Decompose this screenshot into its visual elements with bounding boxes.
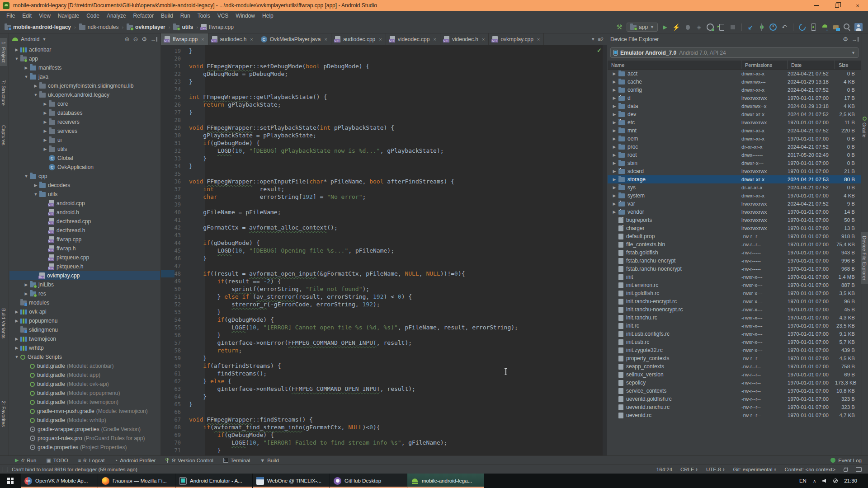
device-selector[interactable]: Emulator Android_7.0 Android 7.0, API 24… bbox=[610, 47, 859, 58]
tree-collapse-arrow-icon[interactable]: ▶ bbox=[13, 319, 20, 323]
breadcrumb-item[interactable]: ovkmplayer bbox=[126, 23, 166, 31]
file-row-init[interactable]: init-rwxr-x---1970-01-01 07:001,4 MB bbox=[608, 273, 861, 281]
editor-tab-ffwrap-cpp[interactable]: ffwrap.cpp× bbox=[161, 33, 208, 45]
tree-collapse-arrow-icon[interactable]: ▶ bbox=[610, 153, 618, 157]
editor-tab-videodec-cpp[interactable]: videodec.cpp× bbox=[386, 33, 440, 45]
toolwindow-button-android-profiler[interactable]: ◔Android Profiler bbox=[111, 456, 160, 465]
tree-expanded-arrow-icon[interactable]: ▼ bbox=[32, 192, 39, 197]
keyboard-language[interactable]: EN bbox=[799, 478, 807, 483]
hide-panel-icon[interactable]: → bbox=[852, 37, 859, 42]
build-hammer-icon[interactable]: ⚒ bbox=[615, 23, 623, 31]
editor-tab-ovkmplay-cpp[interactable]: ovkmplay.cpp× bbox=[489, 33, 544, 45]
sync-icon[interactable] bbox=[798, 23, 806, 31]
file-row-init-usb-rc[interactable]: init.usb.rc-rwxr-x---1970-01-01 07:005,7… bbox=[608, 338, 861, 346]
close-button[interactable]: × bbox=[847, 0, 868, 11]
device-file-explorer-icon[interactable] bbox=[832, 23, 840, 31]
tree-item-gradle-mvn-push-gradle[interactable]: gradle-mvn-push.gradle (Module: twemojic… bbox=[9, 407, 160, 416]
tool-strip-tab--favorites[interactable]: 2: Favorites bbox=[0, 397, 7, 430]
file-row-var[interactable]: ▶varlrwxrwxrwx2024-04-21 07:529 B bbox=[608, 200, 861, 208]
tree-item-build-gradle[interactable]: build.gradle (Module: actionbar) bbox=[9, 361, 160, 371]
tree-collapse-arrow-icon[interactable]: ▶ bbox=[42, 138, 49, 142]
tree-item-services[interactable]: ▶services bbox=[9, 127, 160, 136]
tree-item-decoders[interactable]: ▶decoders bbox=[9, 181, 160, 190]
screen-share-icon[interactable] bbox=[856, 467, 862, 472]
taskbar-item-android-studio[interactable]: mobile-android-lega... bbox=[407, 474, 484, 488]
tree-item-app[interactable]: ▼app bbox=[9, 54, 160, 63]
close-tab-icon[interactable]: × bbox=[324, 37, 327, 42]
tree-item-gradle-scripts[interactable]: ▼Gradle Scripts bbox=[9, 352, 160, 361]
tree-item-slidingmenu[interactable]: slidingmenu bbox=[9, 325, 160, 334]
tree-item-build-gradle[interactable]: build.gradle (Module: popupmenu) bbox=[9, 389, 160, 398]
hidden-tabs-count[interactable]: ≡2 bbox=[598, 37, 604, 42]
toolwindow-button-todo[interactable]: ▣TODO bbox=[42, 456, 72, 465]
sdk-manager-icon[interactable] bbox=[821, 23, 829, 31]
file-row-selinux-version[interactable]: selinux_version-rw-r--r--1970-01-01 07:0… bbox=[608, 371, 861, 379]
profiler-icon[interactable] bbox=[706, 23, 714, 31]
vcs-rollback-icon[interactable]: ↶ bbox=[780, 23, 788, 31]
status-widget-git[interactable]: Git: experimental▲▼ bbox=[733, 467, 777, 472]
taskbar-item-emulator[interactable]: Android Emulator - A... bbox=[175, 474, 252, 488]
column-header-name[interactable]: Name bbox=[608, 61, 741, 69]
tool-strip-tab--structure[interactable]: 7: Structure bbox=[0, 76, 7, 109]
tree-collapse-arrow-icon[interactable]: ▶ bbox=[610, 104, 618, 108]
tree-collapse-arrow-icon[interactable]: ▶ bbox=[13, 47, 20, 52]
tree-item-twemojicon[interactable]: ▶twemojicon bbox=[9, 334, 160, 343]
vcs-history-icon[interactable] bbox=[769, 23, 777, 31]
search-everywhere-icon[interactable] bbox=[843, 23, 851, 31]
run-icon[interactable]: ▶ bbox=[661, 23, 669, 31]
chevron-down-icon[interactable]: ▼ bbox=[42, 37, 46, 42]
tree-collapse-arrow-icon[interactable]: ▶ bbox=[42, 147, 49, 151]
tree-collapse-arrow-icon[interactable]: ▶ bbox=[23, 66, 30, 70]
gear-icon[interactable]: ⚙ bbox=[142, 36, 147, 42]
tree-item-proguard-rules-pro[interactable]: proguard-rules.pro (ProGuard Rules for a… bbox=[9, 434, 160, 443]
menu-item-navigate[interactable]: Navigate bbox=[54, 11, 83, 20]
tree-expanded-arrow-icon[interactable]: ▼ bbox=[13, 56, 20, 61]
network-icon[interactable] bbox=[832, 479, 838, 483]
tree-collapse-arrow-icon[interactable]: ▶ bbox=[610, 136, 618, 141]
stop-icon[interactable] bbox=[729, 23, 737, 31]
file-row-seapp-contexts[interactable]: seapp_contexts-rw-r--r--1970-01-01 07:00… bbox=[608, 362, 861, 371]
tree-collapse-arrow-icon[interactable]: ▶ bbox=[610, 120, 618, 125]
vcs-update-icon[interactable]: ↙ bbox=[746, 23, 755, 31]
close-tab-icon[interactable]: × bbox=[201, 37, 204, 42]
file-row-ueventd-ranchu-rc[interactable]: ueventd.ranchu.rc-rw-r--r--1970-01-01 07… bbox=[608, 403, 861, 411]
close-tab-icon[interactable]: × bbox=[433, 37, 436, 42]
menu-item-view[interactable]: View bbox=[35, 11, 54, 20]
file-row-system[interactable]: ▶systemdrwxr-xr-x1970-01-01 07:004 KB bbox=[608, 192, 861, 200]
file-row-init-environ-rc[interactable]: init.environ.rc-rwxr-x---1970-01-01 07:0… bbox=[608, 281, 861, 289]
event-log-button[interactable]: Event Log bbox=[830, 458, 868, 463]
tree-item-ui[interactable]: ▶ui bbox=[9, 136, 160, 145]
file-row-acct[interactable]: ▶acctdrwxr-xr-x2024-04-21 07:520 B bbox=[608, 70, 861, 78]
tree-item-java[interactable]: ▼java bbox=[9, 72, 160, 81]
menu-item-window[interactable]: Window bbox=[232, 11, 259, 20]
status-widget-crlf[interactable]: CRLF▲▼ bbox=[680, 467, 698, 472]
taskbar-item-github[interactable]: GitHub Desktop bbox=[330, 474, 407, 488]
status-message[interactable]: Can't bind to local 8616 for debugger (5… bbox=[12, 467, 137, 472]
file-row-fstab-ranchu-encrypt[interactable]: fstab.ranchu-encrypt-rw-r-----1970-01-01… bbox=[608, 257, 861, 265]
file-row-proc[interactable]: ▶procdr-xr-xr-x2024-04-21 07:520 B bbox=[608, 143, 861, 151]
tree-item-android-cpp[interactable]: android.cpp bbox=[9, 199, 160, 208]
tree-collapse-arrow-icon[interactable]: ▶ bbox=[610, 71, 618, 76]
tree-collapse-arrow-icon[interactable]: ▶ bbox=[23, 282, 30, 287]
toolwindow-button-build[interactable]: ▼Build bbox=[256, 456, 283, 465]
tree-collapse-arrow-icon[interactable]: ▶ bbox=[610, 161, 618, 165]
menu-item-analyze[interactable]: Analyze bbox=[103, 11, 130, 20]
close-tab-icon[interactable]: × bbox=[250, 37, 253, 42]
tree-item-uk-openvk-android-legacy[interactable]: ▼uk.openvk.android.legacy bbox=[9, 90, 160, 99]
menu-item-help[interactable]: Help bbox=[259, 11, 277, 20]
tool-strip-tab-gradle[interactable]: Gradle bbox=[861, 113, 868, 141]
status-widget-164[interactable]: 164:24 bbox=[656, 467, 672, 472]
code-editor[interactable]: 19}2021void FFmpegWrapper::setDebugMode(… bbox=[161, 45, 607, 455]
tree-collapse-arrow-icon[interactable]: ▶ bbox=[610, 88, 618, 92]
menu-item-run[interactable]: Run bbox=[177, 11, 194, 20]
debug-icon[interactable] bbox=[684, 23, 692, 31]
breadcrumb-item[interactable]: mobile-android-legacy bbox=[4, 23, 72, 31]
tree-item-wrhttp[interactable]: ▶wrhttp bbox=[9, 343, 160, 352]
tree-item-pktqueue-cpp[interactable]: pktqueue.cpp bbox=[9, 253, 160, 262]
tree-expanded-arrow-icon[interactable]: ▼ bbox=[32, 93, 39, 97]
file-row-init-rc[interactable]: init.rc-rwxr-x---1970-01-01 07:0023,5 KB bbox=[608, 322, 861, 330]
tree-collapse-arrow-icon[interactable]: ▶ bbox=[32, 84, 39, 88]
file-row-root[interactable]: ▶rootdrwx------2017-05-20 02:490 B bbox=[608, 151, 861, 159]
tree-collapse-arrow-icon[interactable]: ▶ bbox=[610, 185, 618, 190]
editor-tab-videodec-h[interactable]: videodec.h× bbox=[440, 33, 489, 45]
